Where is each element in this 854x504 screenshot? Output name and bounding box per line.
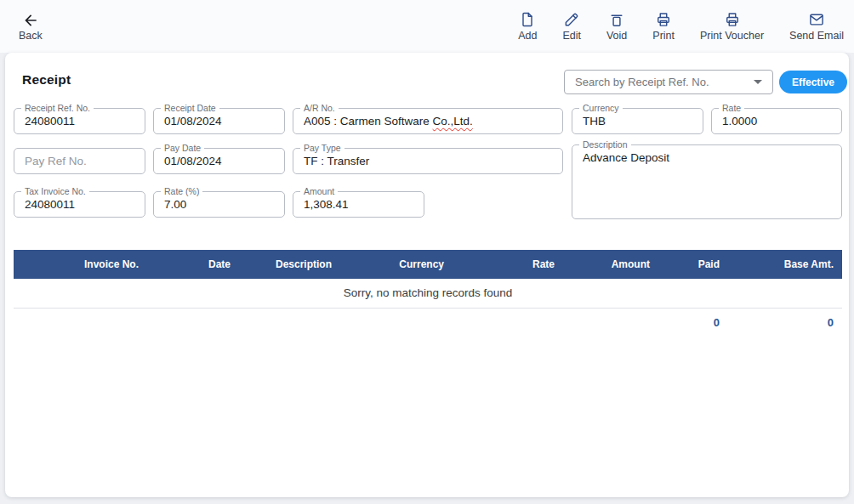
table-header-row: Invoice No. Date Description Currency Ra…	[14, 250, 842, 279]
edit-pencil-icon	[563, 11, 580, 28]
print-label: Print	[652, 30, 675, 42]
col-currency: Currency	[340, 250, 453, 279]
print-icon	[655, 11, 672, 28]
rate-value: 1.0000	[722, 109, 836, 133]
no-records-message: Sorry, no matching records found	[14, 279, 842, 308]
effective-status-button[interactable]: Effective	[779, 71, 847, 93]
toolbar-actions: Add Edit Void Print	[518, 11, 844, 42]
ar-no-field[interactable]: A/R No. A005 : Carmen Software Co.,Ltd.	[293, 108, 563, 134]
totals-row: 0 0	[14, 308, 842, 337]
col-paid: Paid	[658, 250, 728, 279]
back-label: Back	[19, 30, 43, 42]
void-label: Void	[606, 30, 627, 42]
print-voucher-icon	[724, 11, 741, 28]
col-rate: Rate	[453, 250, 563, 279]
currency-value: THB	[583, 109, 697, 133]
edit-button[interactable]: Edit	[562, 11, 581, 42]
total-paid: 0	[658, 308, 728, 337]
search-receipt-dropdown[interactable]: Search by Receipt Ref. No.	[564, 70, 773, 94]
receipt-date-value: 01/08/2024	[164, 109, 279, 133]
chevron-down-icon	[754, 80, 762, 84]
send-email-icon	[808, 11, 825, 28]
pay-date-field[interactable]: Pay Date 01/08/2024	[153, 148, 285, 174]
void-button[interactable]: Void	[606, 11, 627, 42]
add-label: Add	[518, 30, 537, 42]
description-field[interactable]: Description Advance Deposit	[572, 144, 842, 219]
col-description: Description	[239, 250, 340, 279]
tax-invoice-no-field[interactable]: Tax Invoice No. 24080011	[14, 191, 145, 218]
currency-field[interactable]: Currency THB	[572, 108, 703, 134]
description-label: Description	[579, 139, 631, 150]
pay-type-value: TF : Transfer	[304, 149, 557, 173]
pay-type-field[interactable]: Pay Type TF : Transfer	[293, 148, 563, 174]
back-button[interactable]: Back	[19, 12, 43, 42]
pay-ref-no-field[interactable]: Pay Ref No.	[14, 148, 145, 174]
description-value: Advance Deposit	[583, 150, 836, 166]
void-trash-icon	[608, 11, 625, 28]
arrow-left-icon	[22, 12, 39, 29]
col-amount: Amount	[563, 250, 658, 279]
print-button[interactable]: Print	[652, 11, 675, 42]
ar-no-value: A005 : Carmen Software Co.,Ltd.	[304, 109, 557, 133]
rate-field[interactable]: Rate 1.0000	[711, 108, 842, 134]
tax-invoice-no-value: 24080011	[25, 192, 139, 217]
receipt-ref-no-value: 24080011	[25, 109, 139, 133]
amount-field[interactable]: Amount 1,308.41	[293, 191, 424, 218]
rate-percent-field[interactable]: Rate (%) 7.00	[153, 191, 285, 218]
col-invoice-no: Invoice No.	[14, 250, 147, 279]
pay-ref-no-placeholder: Pay Ref No.	[25, 149, 139, 173]
edit-label: Edit	[562, 30, 581, 42]
col-base-amt: Base Amt.	[728, 250, 842, 279]
amount-value: 1,308.41	[304, 192, 418, 217]
col-date: Date	[147, 250, 239, 279]
page-title: Receipt	[22, 72, 71, 88]
receipt-card: Receipt Search by Receipt Ref. No. Effec…	[5, 53, 849, 497]
send-email-button[interactable]: Send Email	[789, 11, 844, 42]
receipt-date-field[interactable]: Receipt Date 01/08/2024	[153, 108, 285, 134]
add-button[interactable]: Add	[518, 11, 537, 42]
ar-no-value-prefix: A005 : Carmen Software	[304, 115, 433, 127]
total-base-amt: 0	[728, 308, 842, 337]
invoice-table: Invoice No. Date Description Currency Ra…	[14, 250, 842, 337]
print-voucher-label: Print Voucher	[700, 30, 764, 42]
top-toolbar: Back Add Edit Void	[0, 0, 854, 53]
print-voucher-button[interactable]: Print Voucher	[700, 11, 764, 42]
search-placeholder: Search by Receipt Ref. No.	[575, 76, 754, 88]
pay-date-value: 01/08/2024	[164, 149, 279, 173]
empty-row: Sorry, no matching records found	[14, 279, 842, 308]
receipt-ref-no-field[interactable]: Receipt Ref. No. 24080011	[14, 108, 145, 134]
send-email-label: Send Email	[789, 30, 844, 42]
add-document-icon	[519, 11, 536, 28]
rate-percent-value: 7.00	[164, 192, 279, 217]
ar-no-value-spellchecked: Co.,Ltd.	[433, 115, 473, 127]
